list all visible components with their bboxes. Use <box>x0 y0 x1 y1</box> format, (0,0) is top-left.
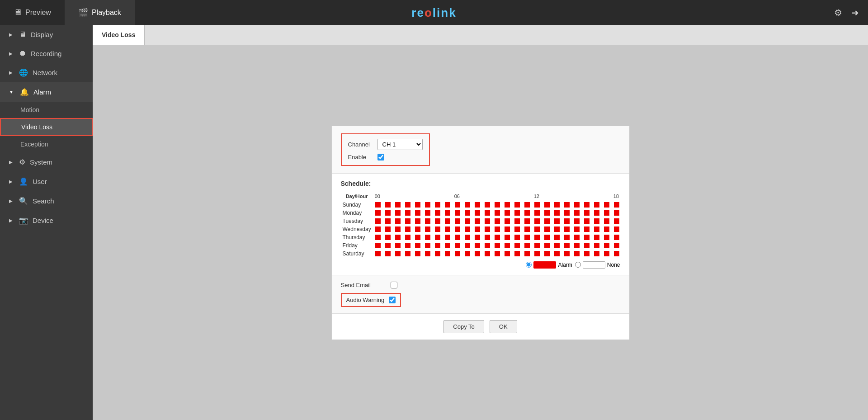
schedule-cell[interactable] <box>482 233 492 241</box>
schedule-cell[interactable] <box>423 250 433 258</box>
schedule-cell[interactable] <box>433 217 443 225</box>
schedule-cell[interactable] <box>502 217 512 225</box>
sidebar-item-display[interactable]: ▶ 🖥 Display <box>0 25 93 44</box>
schedule-cell[interactable] <box>482 217 492 225</box>
schedule-cell[interactable] <box>512 225 522 233</box>
schedule-cell[interactable] <box>602 250 612 258</box>
schedule-cell[interactable] <box>492 209 502 217</box>
schedule-cell[interactable] <box>443 233 453 241</box>
sidebar-sub-item-video-loss[interactable]: Video Loss <box>0 118 93 136</box>
schedule-cell[interactable] <box>542 201 552 209</box>
schedule-cell[interactable] <box>423 241 433 250</box>
schedule-cell[interactable] <box>433 201 443 209</box>
sidebar-item-device[interactable]: ▶ 📷 Device <box>0 211 93 230</box>
schedule-cell[interactable] <box>373 225 383 233</box>
schedule-cell[interactable] <box>592 250 602 258</box>
schedule-cell[interactable] <box>482 201 492 209</box>
schedule-cell[interactable] <box>592 217 602 225</box>
schedule-cell[interactable] <box>472 241 482 250</box>
schedule-cell[interactable] <box>462 201 472 209</box>
schedule-cell[interactable] <box>612 241 620 250</box>
tab-video-loss[interactable]: Video Loss <box>93 25 145 45</box>
schedule-cell[interactable] <box>423 209 433 217</box>
schedule-cell[interactable] <box>562 250 572 258</box>
schedule-cell[interactable] <box>532 250 542 258</box>
schedule-cell[interactable] <box>552 201 562 209</box>
schedule-cell[interactable] <box>462 217 472 225</box>
schedule-cell[interactable] <box>572 217 582 225</box>
schedule-cell[interactable] <box>472 225 482 233</box>
schedule-cell[interactable] <box>592 209 602 217</box>
schedule-cell[interactable] <box>423 201 433 209</box>
schedule-cell[interactable] <box>502 233 512 241</box>
schedule-cell[interactable] <box>462 209 472 217</box>
settings-icon[interactable]: ⚙ <box>834 7 842 18</box>
schedule-cell[interactable] <box>522 217 532 225</box>
schedule-cell[interactable] <box>542 217 552 225</box>
schedule-cell[interactable] <box>492 250 502 258</box>
schedule-cell[interactable] <box>413 209 423 217</box>
schedule-cell[interactable] <box>393 241 403 250</box>
schedule-cell[interactable] <box>433 241 443 250</box>
schedule-cell[interactable] <box>572 241 582 250</box>
schedule-cell[interactable] <box>453 233 462 241</box>
schedule-cell[interactable] <box>413 250 423 258</box>
schedule-cell[interactable] <box>572 209 582 217</box>
schedule-cell[interactable] <box>562 209 572 217</box>
schedule-cell[interactable] <box>552 250 562 258</box>
schedule-cell[interactable] <box>443 250 453 258</box>
schedule-cell[interactable] <box>612 225 620 233</box>
schedule-cell[interactable] <box>403 233 413 241</box>
schedule-cell[interactable] <box>393 233 403 241</box>
channel-select[interactable]: CH 1 CH 2 CH 3 CH 4 <box>377 139 423 150</box>
schedule-cell[interactable] <box>383 250 393 258</box>
schedule-cell[interactable] <box>482 250 492 258</box>
sidebar-item-search[interactable]: ▶ 🔍 Search <box>0 191 93 211</box>
schedule-cell[interactable] <box>393 217 403 225</box>
schedule-cell[interactable] <box>592 241 602 250</box>
schedule-cell[interactable] <box>532 241 542 250</box>
schedule-cell[interactable] <box>413 241 423 250</box>
schedule-cell[interactable] <box>612 209 620 217</box>
schedule-cell[interactable] <box>562 225 572 233</box>
schedule-cell[interactable] <box>492 201 502 209</box>
tab-playback[interactable]: 🎬 Playback <box>65 0 135 25</box>
schedule-cell[interactable] <box>492 225 502 233</box>
schedule-cell[interactable] <box>522 209 532 217</box>
schedule-cell[interactable] <box>373 241 383 250</box>
sidebar-item-system[interactable]: ▶ ⚙ System <box>0 152 93 172</box>
schedule-cell[interactable] <box>443 241 453 250</box>
schedule-cell[interactable] <box>572 250 582 258</box>
schedule-cell[interactable] <box>492 233 502 241</box>
schedule-cell[interactable] <box>482 209 492 217</box>
schedule-cell[interactable] <box>373 233 383 241</box>
schedule-cell[interactable] <box>492 217 502 225</box>
schedule-cell[interactable] <box>552 217 562 225</box>
schedule-cell[interactable] <box>453 250 462 258</box>
schedule-cell[interactable] <box>482 225 492 233</box>
schedule-cell[interactable] <box>542 209 552 217</box>
schedule-cell[interactable] <box>472 233 482 241</box>
schedule-cell[interactable] <box>552 241 562 250</box>
schedule-cell[interactable] <box>542 250 552 258</box>
schedule-cell[interactable] <box>403 209 413 217</box>
schedule-cell[interactable] <box>413 233 423 241</box>
schedule-cell[interactable] <box>552 209 562 217</box>
schedule-cell[interactable] <box>433 233 443 241</box>
schedule-cell[interactable] <box>423 233 433 241</box>
schedule-cell[interactable] <box>602 217 612 225</box>
schedule-cell[interactable] <box>383 217 393 225</box>
schedule-cell[interactable] <box>423 217 433 225</box>
schedule-cell[interactable] <box>462 225 472 233</box>
sidebar-item-recording[interactable]: ▶ ⏺ Recording <box>0 44 93 63</box>
schedule-cell[interactable] <box>572 201 582 209</box>
schedule-cell[interactable] <box>522 233 532 241</box>
schedule-cell[interactable] <box>443 217 453 225</box>
schedule-cell[interactable] <box>393 225 403 233</box>
schedule-cell[interactable] <box>502 209 512 217</box>
schedule-cell[interactable] <box>492 241 502 250</box>
schedule-cell[interactable] <box>582 217 592 225</box>
legend-none-radio[interactable] <box>575 262 581 268</box>
schedule-cell[interactable] <box>612 250 620 258</box>
schedule-cell[interactable] <box>502 250 512 258</box>
